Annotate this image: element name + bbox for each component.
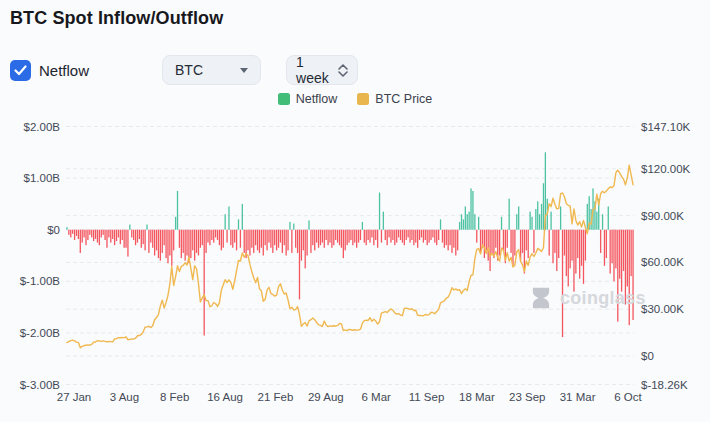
legend-item-btc-price[interactable]: BTC Price xyxy=(357,92,432,106)
netflow-bar xyxy=(457,230,458,251)
netflow-bar xyxy=(413,230,414,245)
chevron-down-icon xyxy=(240,68,248,73)
netflow-bar xyxy=(263,230,264,256)
chart-legend: Netflow BTC Price xyxy=(0,92,710,106)
netflow-bar xyxy=(89,230,90,235)
netflow-bar xyxy=(501,217,502,230)
netflow-bar xyxy=(320,230,321,245)
up-down-stepper-icon xyxy=(338,64,348,77)
netflow-bar xyxy=(518,206,519,229)
netflow-bar xyxy=(615,230,616,269)
netflow-bar xyxy=(459,222,460,230)
netflow-bar xyxy=(146,225,147,230)
netflow-bar xyxy=(324,230,325,248)
netflow-bar xyxy=(179,230,180,248)
netflow-bar xyxy=(465,206,466,229)
netflow-bar xyxy=(76,230,77,236)
symbol-select-value: BTC xyxy=(175,62,203,78)
netflow-bar xyxy=(297,230,298,253)
netflow-bar xyxy=(409,230,410,243)
netflow-bar xyxy=(604,230,605,266)
netflow-bar xyxy=(379,193,380,230)
netflow-bar xyxy=(522,230,523,253)
netflow-bar xyxy=(82,230,83,243)
controls-row: Netflow BTC 1 week xyxy=(10,55,358,85)
netflow-bar xyxy=(123,230,124,248)
netflow-bar xyxy=(367,230,368,240)
netflow-bar xyxy=(226,230,227,243)
netflow-bar xyxy=(566,230,567,276)
netflow-bar xyxy=(543,183,544,229)
symbol-select[interactable]: BTC xyxy=(162,55,261,85)
netflow-bar xyxy=(335,230,336,240)
netflow-bar xyxy=(356,230,357,248)
netflow-bar xyxy=(249,230,250,256)
netflow-bar xyxy=(428,230,429,243)
netflow-bar xyxy=(463,219,464,229)
netflow-bar xyxy=(404,230,405,245)
x-axis-label: 21 Feb xyxy=(258,391,294,403)
netflow-bar xyxy=(396,230,397,243)
netflow-bar xyxy=(537,201,538,229)
netflow-checkbox[interactable] xyxy=(10,60,31,81)
netflow-bar xyxy=(141,230,142,248)
netflow-bar xyxy=(305,230,306,269)
netflow-bar xyxy=(346,230,347,245)
netflow-bar xyxy=(165,230,166,258)
netflow-bar xyxy=(602,214,603,229)
netflow-bar xyxy=(438,230,439,240)
netflow-bar xyxy=(560,206,561,229)
netflow-bar xyxy=(184,230,185,261)
netflow-bar xyxy=(236,230,237,251)
netflow-bar xyxy=(286,230,287,256)
netflow-bar xyxy=(150,230,151,243)
legend-item-netflow[interactable]: Netflow xyxy=(278,92,338,106)
netflow-bar xyxy=(375,230,376,240)
netflow-bar xyxy=(362,222,363,230)
netflow-bar xyxy=(419,230,420,240)
y-axis-label-right: $90.00K xyxy=(641,210,684,222)
netflow-bar xyxy=(621,230,622,292)
netflow-bar xyxy=(383,212,384,230)
netflow-bar xyxy=(282,230,283,253)
netflow-bar xyxy=(83,230,84,238)
netflow-bar xyxy=(122,230,123,240)
interval-select[interactable]: 1 week xyxy=(286,55,358,85)
netflow-bar xyxy=(303,230,304,251)
y-axis-label-right: $60.00K xyxy=(641,256,684,268)
netflow-bar xyxy=(354,230,355,243)
netflow-bar xyxy=(131,230,132,238)
x-axis-label: 16 Aug xyxy=(207,391,243,403)
netflow-bar xyxy=(255,230,256,245)
netflow-bar xyxy=(467,214,468,229)
netflow-bar xyxy=(91,230,92,238)
netflow-bar xyxy=(387,230,388,245)
netflow-bar xyxy=(259,230,260,253)
netflow-bar xyxy=(587,204,588,230)
netflow-bar xyxy=(70,230,71,238)
netflow-bar xyxy=(200,230,201,248)
netflow-bar xyxy=(327,230,328,245)
netflow-bar xyxy=(442,230,443,243)
netflow-bar xyxy=(97,230,98,243)
netflow-bar xyxy=(215,230,216,238)
netflow-bar xyxy=(194,230,195,261)
netflow-bar xyxy=(284,230,285,245)
netflow-bar xyxy=(329,230,330,243)
netflow-bar xyxy=(402,230,403,243)
netflow-bar xyxy=(312,230,313,245)
netflow-bar xyxy=(169,230,170,256)
netflow-bar xyxy=(509,199,510,230)
netflow-bar xyxy=(310,230,311,253)
netflow-bar xyxy=(164,230,165,245)
netflow-bar xyxy=(608,206,609,229)
y-axis-label-left: $-1.00B xyxy=(20,275,61,287)
netflow-bar xyxy=(352,230,353,245)
netflow-bar xyxy=(470,188,471,229)
x-axis-label: 27 Jan xyxy=(57,391,92,403)
x-axis-label: 18 Mar xyxy=(459,391,495,403)
btc-price-legend-label: BTC Price xyxy=(375,92,432,106)
netflow-bar xyxy=(619,230,620,279)
y-axis-label-left: $1.00B xyxy=(24,172,61,184)
netflow-bar xyxy=(209,230,210,245)
